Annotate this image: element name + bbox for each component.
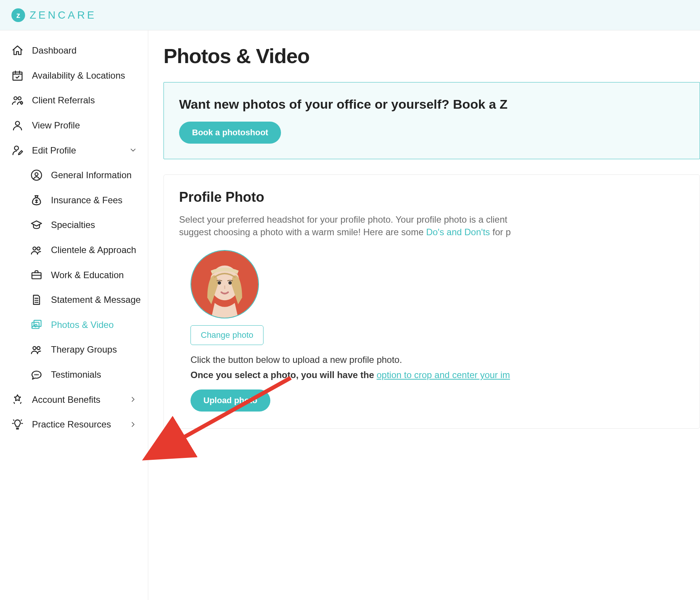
sidebar-item-referrals[interactable]: Client Referrals	[11, 88, 148, 113]
svg-point-17	[36, 374, 37, 375]
sidebar-item-insurance-fees[interactable]: Insurance & Fees	[30, 188, 148, 213]
sidebar-item-label: Therapy Groups	[51, 343, 117, 356]
bulb-icon	[11, 418, 24, 431]
svg-rect-10	[32, 273, 41, 279]
sidebar-item-practice-resources[interactable]: Practice Resources	[11, 412, 148, 437]
sidebar-item-label: Work & Education	[51, 269, 124, 282]
sidebar-item-label: Statement & Message	[51, 293, 141, 306]
profile-avatar	[190, 250, 259, 318]
upload-photo-button[interactable]: Upload photo	[190, 389, 270, 412]
sidebar-item-label: Specialties	[51, 218, 95, 231]
svg-point-2	[18, 97, 21, 100]
sidebar-item-label: Testimonials	[51, 368, 101, 381]
upload-photo-row: Upload photo	[190, 389, 684, 412]
sidebar-item-label: View Profile	[32, 119, 80, 132]
brand-mark: z	[11, 8, 25, 22]
referrals-icon	[11, 94, 24, 106]
sidebar-item-label: Client Referrals	[32, 94, 95, 107]
svg-rect-0	[13, 72, 22, 80]
sidebar-item-specialties[interactable]: Specialties	[30, 212, 148, 237]
topbar: z ZENCARE	[0, 0, 700, 30]
people-icon	[30, 244, 43, 256]
banner-title: Want new photos of your office or yourse…	[179, 95, 684, 114]
chevron-down-icon	[129, 146, 137, 154]
shell: Dashboard Availability & Locations Clien…	[0, 30, 700, 600]
desc-text-2b: for p	[490, 227, 511, 237]
person-icon	[11, 119, 24, 131]
edit-profile-submenu: General Information Insurance & Fees Spe…	[11, 163, 148, 387]
photoshoot-banner: Want new photos of your office or yourse…	[163, 82, 700, 160]
sidebar-item-view-profile[interactable]: View Profile	[11, 113, 148, 138]
upload-hint-bold: Once you select a photo, you will have t…	[190, 370, 376, 380]
page-title: Photos & Video	[163, 42, 700, 71]
sidebar-item-availability[interactable]: Availability & Locations	[11, 63, 148, 88]
svg-point-16	[35, 374, 35, 375]
home-icon	[11, 44, 24, 57]
sidebar-item-label: Clientele & Approach	[51, 244, 136, 256]
edit-person-icon	[11, 144, 24, 156]
sidebar-item-label: Dashboard	[32, 44, 76, 57]
sidebar-item-testimonials[interactable]: Testimonials	[30, 362, 148, 387]
svg-point-8	[33, 247, 36, 250]
change-photo-button[interactable]: Change photo	[190, 325, 263, 345]
sidebar-item-label: General Information	[51, 169, 132, 182]
sidebar-item-photos-video[interactable]: Photos & Video	[30, 312, 148, 337]
profile-photo-desc: Select your preferred headshot for your …	[179, 213, 684, 239]
money-bag-icon	[30, 194, 43, 206]
main-content: Photos & Video Want new photos of your o…	[148, 30, 700, 600]
book-photoshoot-button[interactable]: Book a photoshoot	[179, 122, 281, 144]
sidebar-item-clientele-approach[interactable]: Clientele & Approach	[30, 237, 148, 263]
sidebar-item-statement-message[interactable]: Statement & Message	[30, 287, 148, 312]
grad-cap-icon	[30, 219, 43, 231]
desc-text-1: Select your preferred headshot for your …	[179, 214, 507, 225]
sidebar-item-label: Photos & Video	[51, 318, 114, 331]
stars-icon	[11, 393, 24, 405]
desc-text-2a: suggest choosing a photo with a warm smi…	[179, 227, 426, 237]
people-icon	[30, 344, 43, 356]
sidebar-item-edit-profile[interactable]: Edit Profile	[11, 138, 148, 163]
user-circle-icon	[30, 169, 43, 181]
svg-point-21	[218, 281, 221, 285]
upload-hint-2: Once you select a photo, you will have t…	[190, 369, 684, 382]
sidebar: Dashboard Availability & Locations Clien…	[0, 30, 148, 600]
svg-point-18	[38, 374, 38, 375]
svg-point-4	[16, 121, 20, 125]
sidebar-item-label: Account Benefits	[32, 393, 100, 406]
brand-name: ZENCARE	[30, 8, 97, 22]
avatar-container	[190, 250, 684, 318]
svg-point-7	[35, 173, 38, 176]
svg-point-22	[229, 281, 232, 285]
sidebar-item-label: Edit Profile	[32, 144, 76, 157]
sidebar-item-label: Practice Resources	[32, 418, 111, 431]
sidebar-item-label: Insurance & Fees	[51, 194, 122, 207]
upload-hint: Click the button below to upload a new p…	[190, 353, 684, 366]
svg-point-6	[32, 170, 42, 180]
chat-icon	[30, 369, 43, 381]
svg-point-1	[14, 97, 17, 100]
svg-point-5	[14, 146, 19, 150]
svg-point-15	[37, 347, 40, 350]
briefcase-icon	[30, 269, 43, 281]
sidebar-item-label: Availability & Locations	[32, 69, 125, 82]
sidebar-item-work-education[interactable]: Work & Education	[30, 263, 148, 288]
chevron-right-icon	[129, 395, 137, 404]
chevron-right-icon	[129, 420, 137, 429]
sidebar-item-general-information[interactable]: General Information	[30, 163, 148, 188]
change-photo-row: Change photo	[190, 325, 684, 345]
dos-donts-link[interactable]: Do's and Don'ts	[426, 227, 490, 237]
sidebar-item-account-benefits[interactable]: Account Benefits	[11, 387, 148, 412]
crop-center-link[interactable]: option to crop and center your im	[376, 370, 510, 380]
document-icon	[30, 294, 43, 306]
calendar-icon	[11, 70, 24, 82]
svg-point-9	[37, 247, 40, 250]
profile-photo-title: Profile Photo	[179, 188, 684, 207]
svg-rect-11	[32, 322, 39, 328]
sidebar-item-therapy-groups[interactable]: Therapy Groups	[30, 337, 148, 362]
photos-icon	[30, 319, 43, 331]
sidebar-item-dashboard[interactable]: Dashboard	[11, 38, 148, 63]
brand-logo[interactable]: z ZENCARE	[11, 8, 97, 22]
svg-point-14	[33, 347, 36, 350]
profile-photo-card: Profile Photo Select your preferred head…	[163, 174, 700, 429]
